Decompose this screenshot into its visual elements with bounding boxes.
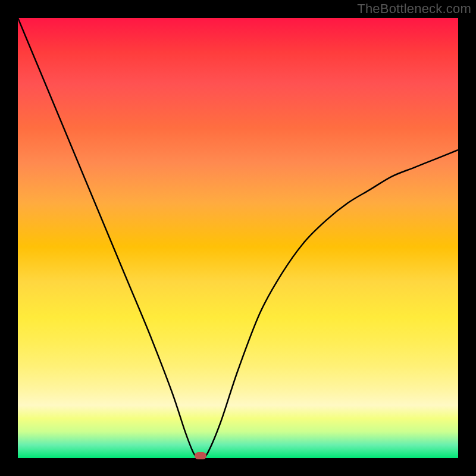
bottleneck-curve-line bbox=[18, 18, 458, 458]
chart-plot-area bbox=[18, 18, 458, 458]
watermark-text: TheBottleneck.com bbox=[357, 1, 471, 17]
chart-svg bbox=[18, 18, 458, 458]
optimum-marker bbox=[195, 452, 206, 459]
